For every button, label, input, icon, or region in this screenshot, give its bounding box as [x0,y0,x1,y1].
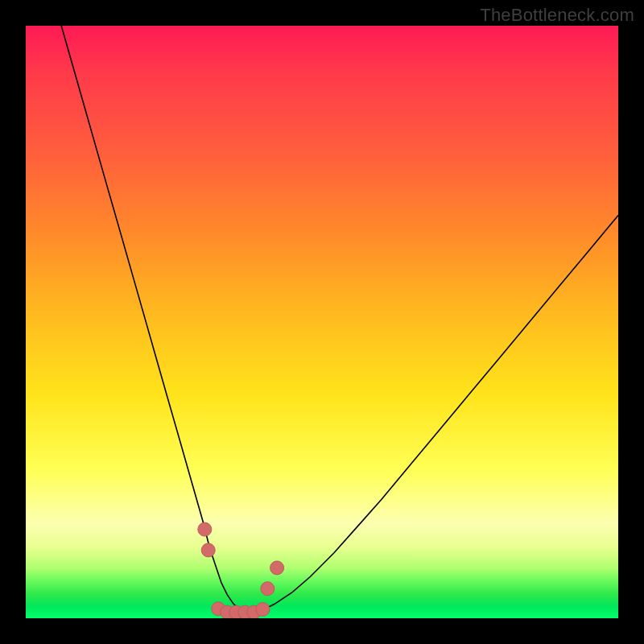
curve-marker [201,543,215,557]
highlight-markers [26,26,618,618]
chart-frame: TheBottleneck.com [0,0,644,644]
curve-marker [198,522,212,536]
curve-marker [270,561,284,575]
watermark-text: TheBottleneck.com [480,5,634,26]
curve-marker [261,582,275,596]
plot-area [26,26,618,618]
curve-marker [256,603,270,617]
